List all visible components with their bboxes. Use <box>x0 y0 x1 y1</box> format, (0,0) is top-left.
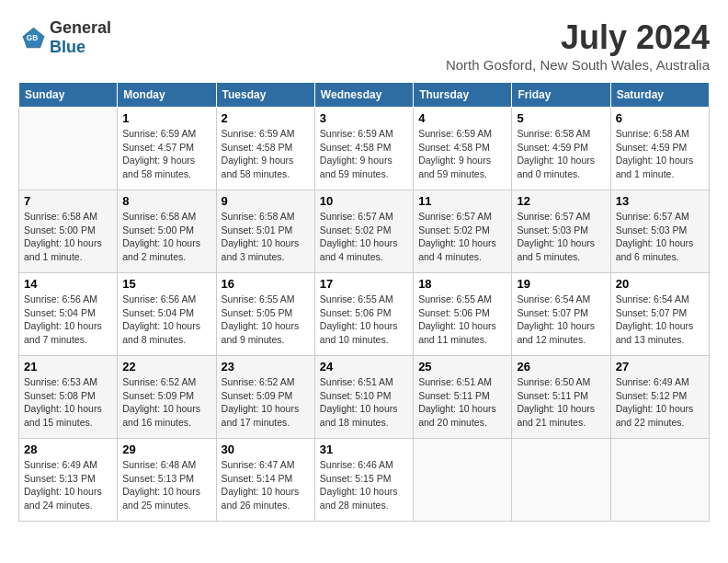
calendar-cell: 29Sunrise: 6:48 AM Sunset: 5:13 PM Dayli… <box>118 439 216 522</box>
logo-general: General <box>50 18 111 37</box>
day-number: 2 <box>222 111 310 125</box>
day-number: 1 <box>122 111 210 125</box>
calendar-cell: 3Sunrise: 6:59 AM Sunset: 4:58 PM Daylig… <box>314 108 413 190</box>
day-number: 8 <box>122 194 210 208</box>
logo-blue: Blue <box>50 38 85 56</box>
day-number: 22 <box>122 360 210 373</box>
calendar-cell: 5Sunrise: 6:58 AM Sunset: 4:59 PM Daylig… <box>512 108 610 190</box>
day-info: Sunrise: 6:50 AM Sunset: 5:11 PM Dayligh… <box>517 375 605 430</box>
day-number: 7 <box>24 194 112 208</box>
calendar-cell: 25Sunrise: 6:51 AM Sunset: 5:11 PM Dayli… <box>414 356 512 439</box>
day-info: Sunrise: 6:56 AM Sunset: 5:04 PM Dayligh… <box>24 293 112 347</box>
day-number: 15 <box>122 277 210 291</box>
day-header-monday: Monday <box>118 83 216 108</box>
day-number: 31 <box>320 442 408 456</box>
calendar-cell: 22Sunrise: 6:52 AM Sunset: 5:09 PM Dayli… <box>118 356 216 439</box>
title-area: July 2024 North Gosford, New South Wales… <box>446 18 710 73</box>
calendar-cell: 8Sunrise: 6:58 AM Sunset: 5:00 PM Daylig… <box>118 190 216 273</box>
calendar-cell: 1Sunrise: 6:59 AM Sunset: 4:57 PM Daylig… <box>118 108 216 190</box>
day-header-tuesday: Tuesday <box>216 83 314 108</box>
logo: GB General Blue <box>18 18 111 57</box>
calendar-table: SundayMondayTuesdayWednesdayThursdayFrid… <box>18 82 710 522</box>
day-info: Sunrise: 6:57 AM Sunset: 5:03 PM Dayligh… <box>616 210 704 264</box>
calendar-cell: 4Sunrise: 6:59 AM Sunset: 4:58 PM Daylig… <box>414 108 512 190</box>
day-header-wednesday: Wednesday <box>314 83 413 108</box>
day-number: 19 <box>517 277 605 291</box>
week-row-1: 1Sunrise: 6:59 AM Sunset: 4:57 PM Daylig… <box>19 108 710 190</box>
day-info: Sunrise: 6:59 AM Sunset: 4:58 PM Dayligh… <box>222 127 310 181</box>
day-info: Sunrise: 6:54 AM Sunset: 5:07 PM Dayligh… <box>517 293 605 347</box>
day-number: 6 <box>616 111 704 125</box>
day-number: 21 <box>24 360 112 373</box>
day-number: 5 <box>517 111 605 125</box>
week-row-4: 21Sunrise: 6:53 AM Sunset: 5:08 PM Dayli… <box>19 356 710 439</box>
day-number: 25 <box>418 360 506 373</box>
day-info: Sunrise: 6:58 AM Sunset: 5:00 PM Dayligh… <box>24 210 112 264</box>
calendar-cell: 21Sunrise: 6:53 AM Sunset: 5:08 PM Dayli… <box>19 356 118 439</box>
day-number: 24 <box>320 360 408 373</box>
day-info: Sunrise: 6:49 AM Sunset: 5:13 PM Dayligh… <box>24 458 112 512</box>
day-info: Sunrise: 6:47 AM Sunset: 5:14 PM Dayligh… <box>222 458 310 512</box>
day-number: 20 <box>616 277 704 291</box>
day-number: 26 <box>517 360 605 373</box>
week-row-3: 14Sunrise: 6:56 AM Sunset: 5:04 PM Dayli… <box>19 273 710 356</box>
day-number: 30 <box>222 442 310 456</box>
day-info: Sunrise: 6:58 AM Sunset: 4:59 PM Dayligh… <box>616 127 704 181</box>
logo-icon: GB <box>18 24 46 52</box>
day-number: 9 <box>222 194 310 208</box>
day-info: Sunrise: 6:55 AM Sunset: 5:06 PM Dayligh… <box>320 293 408 347</box>
day-info: Sunrise: 6:46 AM Sunset: 5:15 PM Dayligh… <box>320 458 408 512</box>
day-info: Sunrise: 6:59 AM Sunset: 4:58 PM Dayligh… <box>418 127 506 181</box>
day-number: 17 <box>320 277 408 291</box>
calendar-cell: 16Sunrise: 6:55 AM Sunset: 5:05 PM Dayli… <box>216 273 314 356</box>
logo-text: General Blue <box>50 18 111 57</box>
day-info: Sunrise: 6:53 AM Sunset: 5:08 PM Dayligh… <box>24 375 112 430</box>
days-header-row: SundayMondayTuesdayWednesdayThursdayFrid… <box>19 83 710 108</box>
calendar-cell: 13Sunrise: 6:57 AM Sunset: 5:03 PM Dayli… <box>610 190 709 273</box>
location-title: North Gosford, New South Wales, Australi… <box>446 57 710 73</box>
day-info: Sunrise: 6:57 AM Sunset: 5:02 PM Dayligh… <box>418 210 506 264</box>
day-number: 4 <box>418 111 506 125</box>
calendar-cell: 30Sunrise: 6:47 AM Sunset: 5:14 PM Dayli… <box>216 439 314 522</box>
day-info: Sunrise: 6:58 AM Sunset: 4:59 PM Dayligh… <box>517 127 605 181</box>
day-number: 10 <box>320 194 408 208</box>
day-number: 16 <box>222 277 310 291</box>
calendar-cell: 10Sunrise: 6:57 AM Sunset: 5:02 PM Dayli… <box>314 190 413 273</box>
day-info: Sunrise: 6:55 AM Sunset: 5:06 PM Dayligh… <box>418 293 506 347</box>
day-info: Sunrise: 6:58 AM Sunset: 5:00 PM Dayligh… <box>122 210 210 264</box>
day-info: Sunrise: 6:57 AM Sunset: 5:02 PM Dayligh… <box>320 210 408 264</box>
day-number: 18 <box>418 277 506 291</box>
day-info: Sunrise: 6:57 AM Sunset: 5:03 PM Dayligh… <box>517 210 605 264</box>
calendar-cell: 28Sunrise: 6:49 AM Sunset: 5:13 PM Dayli… <box>19 439 118 522</box>
day-number: 14 <box>24 277 112 291</box>
calendar-cell <box>19 108 118 190</box>
calendar-cell: 14Sunrise: 6:56 AM Sunset: 5:04 PM Dayli… <box>19 273 118 356</box>
calendar-cell: 19Sunrise: 6:54 AM Sunset: 5:07 PM Dayli… <box>512 273 610 356</box>
calendar-cell: 15Sunrise: 6:56 AM Sunset: 5:04 PM Dayli… <box>118 273 216 356</box>
svg-text:GB: GB <box>27 34 38 42</box>
day-number: 28 <box>24 442 112 456</box>
day-info: Sunrise: 6:54 AM Sunset: 5:07 PM Dayligh… <box>616 293 704 347</box>
calendar-cell: 26Sunrise: 6:50 AM Sunset: 5:11 PM Dayli… <box>512 356 610 439</box>
day-number: 13 <box>616 194 704 208</box>
day-number: 11 <box>418 194 506 208</box>
day-info: Sunrise: 6:52 AM Sunset: 5:09 PM Dayligh… <box>122 375 210 430</box>
day-header-thursday: Thursday <box>414 83 512 108</box>
day-number: 3 <box>320 111 408 125</box>
calendar-cell: 18Sunrise: 6:55 AM Sunset: 5:06 PM Dayli… <box>414 273 512 356</box>
calendar-cell: 2Sunrise: 6:59 AM Sunset: 4:58 PM Daylig… <box>216 108 314 190</box>
day-info: Sunrise: 6:56 AM Sunset: 5:04 PM Dayligh… <box>122 293 210 347</box>
calendar-cell: 31Sunrise: 6:46 AM Sunset: 5:15 PM Dayli… <box>314 439 413 522</box>
week-row-5: 28Sunrise: 6:49 AM Sunset: 5:13 PM Dayli… <box>19 439 710 522</box>
calendar-cell: 27Sunrise: 6:49 AM Sunset: 5:12 PM Dayli… <box>610 356 709 439</box>
calendar-cell: 12Sunrise: 6:57 AM Sunset: 5:03 PM Dayli… <box>512 190 610 273</box>
day-number: 29 <box>122 442 210 456</box>
day-number: 27 <box>616 360 704 373</box>
month-title: July 2024 <box>446 18 710 57</box>
calendar-cell: 20Sunrise: 6:54 AM Sunset: 5:07 PM Dayli… <box>610 273 709 356</box>
day-info: Sunrise: 6:51 AM Sunset: 5:10 PM Dayligh… <box>320 375 408 430</box>
calendar-cell <box>414 439 512 522</box>
calendar-cell <box>512 439 610 522</box>
calendar-cell: 9Sunrise: 6:58 AM Sunset: 5:01 PM Daylig… <box>216 190 314 273</box>
calendar-cell: 24Sunrise: 6:51 AM Sunset: 5:10 PM Dayli… <box>314 356 413 439</box>
